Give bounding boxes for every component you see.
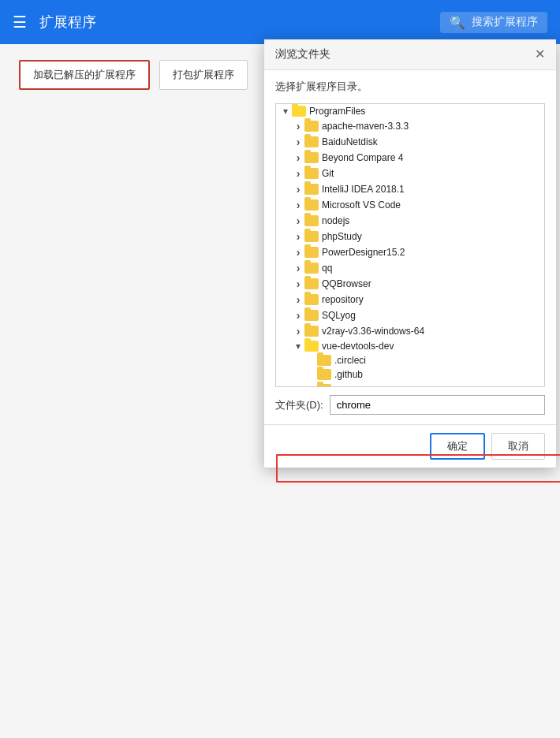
tree-toggle-icon: ›	[292, 293, 304, 306]
folder-icon	[304, 168, 319, 179]
cancel-button[interactable]: 取消	[491, 433, 545, 460]
tree-item-label: vue-devtools-dev	[322, 341, 394, 352]
tree-item[interactable]: ›apache-maven-3.3.3	[276, 118, 544, 134]
tree-item[interactable]: ›repository	[276, 292, 544, 308]
tree-item[interactable]: .circleci	[276, 353, 544, 367]
folder-icon	[317, 384, 331, 387]
tree-toggle-icon: ›	[304, 383, 317, 387]
tree-item[interactable]: ›IntelliJ IDEA 2018.1	[276, 181, 544, 197]
tree-toggle-icon: ›	[292, 262, 304, 274]
folder-icon	[304, 263, 319, 274]
search-icon: 🔍	[450, 15, 465, 30]
folder-icon	[292, 106, 306, 117]
dialog-body: 选择扩展程序目录。 ▾ProgramFiles›apache-maven-3.3…	[264, 70, 556, 424]
tree-item[interactable]: ›Git	[276, 166, 544, 181]
dialog-header: 浏览文件夹 ✕	[264, 39, 556, 70]
tree-item-label: Microsoft VS Code	[322, 199, 401, 211]
tree-item-label: Beyond Compare 4	[322, 152, 403, 163]
tree-toggle-icon: ›	[292, 199, 304, 211]
header-bar: ☰ 扩展程序 🔍 搜索扩展程序	[0, 0, 560, 44]
file-input-row: 文件夹(D):	[275, 395, 545, 415]
folder-icon	[304, 152, 319, 163]
folder-icon	[304, 294, 319, 305]
tree-item[interactable]: ›PowerDesigner15.2	[276, 244, 544, 260]
tree-item-label: QQBrowser	[322, 278, 371, 289]
tree-item-label: qq	[322, 263, 332, 274]
tree-item[interactable]: ›nodejs	[276, 213, 544, 229]
dialog-footer: 确定 取消	[264, 424, 556, 468]
tree-toggle-icon: ▾	[279, 106, 292, 117]
tree-toggle-icon: ›	[292, 214, 304, 227]
tree-item-label: ProgramFiles	[309, 106, 365, 117]
browse-folder-dialog: 浏览文件夹 ✕ 选择扩展程序目录。 ▾ProgramFiles›apache-m…	[264, 39, 556, 468]
folder-icon	[304, 278, 319, 289]
folder-icon	[304, 184, 319, 195]
folder-icon	[304, 199, 319, 211]
tree-item[interactable]: ▾ProgramFiles	[276, 104, 544, 118]
folder-icon	[304, 136, 319, 147]
menu-icon[interactable]: ☰	[13, 13, 27, 32]
tree-toggle-icon: ▾	[292, 341, 304, 352]
tree-toggle-icon: ›	[292, 325, 304, 337]
folder-icon	[304, 231, 319, 242]
folder-icon	[304, 247, 319, 258]
load-extension-button[interactable]: 加载已解压的扩展程序	[19, 60, 150, 90]
tree-item[interactable]: ›QQBrowser	[276, 276, 544, 292]
folder-icon	[304, 326, 319, 337]
tree-item-label: .circleci	[334, 355, 366, 366]
tree-item[interactable]: ›v2ray-v3.36-windows-64	[276, 323, 544, 339]
tree-item[interactable]: ›SQLyog	[276, 308, 544, 323]
folder-icon	[304, 215, 319, 226]
tree-item-label: apache-maven-3.3.3	[322, 121, 409, 132]
tree-item-label: cypress	[334, 384, 367, 387]
pack-extension-button[interactable]: 打包扩展程序	[159, 60, 248, 90]
tree-toggle-icon: ›	[292, 136, 304, 148]
file-label: 文件夹(D):	[275, 398, 323, 412]
tree-toggle-icon: ›	[292, 167, 304, 180]
tree-item-label: BaiduNetdisk	[322, 136, 378, 147]
tree-item-label: Git	[322, 168, 334, 179]
tree-item[interactable]: ›qq	[276, 260, 544, 276]
tree-toggle-icon: ›	[292, 246, 304, 259]
tree-toggle-icon: ›	[292, 278, 304, 290]
tree-item-label: repository	[322, 294, 364, 305]
tree-item-label: nodejs	[322, 215, 349, 226]
tree-toggle-icon: ›	[292, 151, 304, 164]
dialog-instruction: 选择扩展程序目录。	[275, 80, 545, 94]
tree-item[interactable]: .github	[276, 367, 544, 382]
tree-item[interactable]: ›Microsoft VS Code	[276, 197, 544, 213]
folder-icon	[304, 121, 319, 132]
folder-icon	[317, 369, 331, 380]
tree-toggle-icon: ›	[292, 309, 304, 322]
tree-toggle-icon: ›	[292, 230, 304, 243]
tree-item[interactable]: ›cypress	[276, 382, 544, 387]
search-area[interactable]: 🔍 搜索扩展程序	[440, 12, 547, 33]
tree-item[interactable]: ›phpStudy	[276, 229, 544, 244]
tree-toggle-icon: ›	[292, 183, 304, 196]
tree-item-label: SQLyog	[322, 310, 356, 321]
folder-icon	[304, 341, 319, 352]
tree-item-label: .github	[334, 369, 363, 380]
folder-tree[interactable]: ▾ProgramFiles›apache-maven-3.3.3›BaiduNe…	[275, 103, 545, 387]
extensions-page: ☰ 扩展程序 🔍 搜索扩展程序 加载已解压的扩展程序 打包扩展程序 浏览文件夹 …	[0, 0, 560, 738]
search-text: 搜索扩展程序	[472, 15, 538, 29]
tree-item-label: PowerDesigner15.2	[322, 247, 405, 258]
tree-item[interactable]: ▾vue-devtools-dev	[276, 339, 544, 353]
confirm-button[interactable]: 确定	[430, 433, 485, 460]
folder-icon	[317, 355, 331, 366]
tree-item[interactable]: ›BaiduNetdisk	[276, 134, 544, 150]
dialog-close-button[interactable]: ✕	[535, 48, 545, 61]
tree-item-label: v2ray-v3.36-windows-64	[322, 326, 424, 337]
tree-toggle-icon: ›	[292, 120, 304, 132]
page-title: 扩展程序	[39, 13, 440, 32]
folder-icon	[304, 310, 319, 321]
tree-item-label: IntelliJ IDEA 2018.1	[322, 184, 405, 195]
tree-item[interactable]: ›Beyond Compare 4	[276, 150, 544, 166]
dialog-title: 浏览文件夹	[275, 47, 330, 62]
tree-item-label: phpStudy	[322, 231, 362, 242]
folder-path-input[interactable]	[330, 395, 545, 415]
